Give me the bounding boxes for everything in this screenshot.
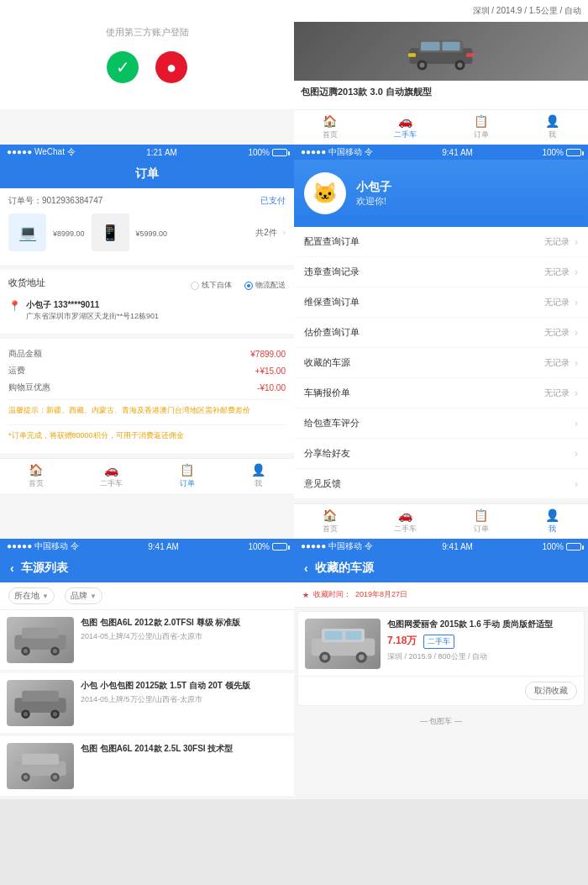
car-item1-svg: [11, 621, 70, 659]
menu-saved-cars[interactable]: 收藏的车源 无记录 ›: [294, 348, 588, 378]
car-item2-info: 小包 小包包图 20125款 1.5T 自动 20T 领先版 2014-05上牌…: [81, 680, 287, 726]
order-nav-me-label: 我: [255, 478, 262, 489]
saved-car-price-row: 7.18万 二手车: [387, 634, 577, 649]
menu-valuation-right: 无记录 ›: [544, 327, 578, 339]
order-number-section: 订单号：9012936384747 已支付 💻 ¥8999.00 📱 ¥5999…: [0, 188, 294, 265]
menu-share-right: ›: [575, 448, 578, 460]
car-listing-title: 包图迈腾2013款 3.0 自动旗舰型: [294, 81, 588, 103]
car-icon: 🚗: [398, 114, 412, 128]
order-nav-home-label: 首页: [29, 478, 44, 489]
nav-car[interactable]: 🚗 二手车: [394, 114, 417, 140]
profile-nav-order-label: 订单: [474, 524, 489, 535]
nav-me[interactable]: 👤 我: [545, 114, 559, 140]
filter-location[interactable]: 所在地 ▼: [8, 587, 55, 604]
svg-point-5: [458, 63, 463, 68]
menu-maintenance-status: 无记录: [544, 297, 570, 308]
profile-nav-me-label: 我: [549, 524, 556, 535]
saved-car-meta: 深圳 / 2015.9 / 800公里 / 自动: [387, 651, 577, 662]
profile-avatar: 🐱: [304, 172, 346, 214]
items-count: 共2件 ›: [174, 227, 286, 239]
saved-cars-panel: ●●●●● 中国移动 令 9:41 AM 100% ‹ 收藏的车源 ★ 收藏时间…: [294, 539, 588, 799]
filter-bar: 所在地 ▼ 品牌 ▼: [0, 582, 294, 610]
menu-share[interactable]: 分享给好友 ›: [294, 439, 588, 469]
menu-saved-cars-arrow: ›: [575, 357, 578, 369]
weibo-login-button[interactable]: ●: [155, 51, 187, 83]
cancel-collect-button[interactable]: 取消收藏: [525, 682, 577, 700]
menu-feedback[interactable]: 意见反馈 ›: [294, 469, 588, 498]
car-meta-top: 深圳 / 2014.9 / 1.5公里 / 自动: [294, 0, 588, 22]
logistics-option[interactable]: 物流配送: [244, 280, 286, 291]
promo-text: *订单完成，将获赠80000积分，可用于消费返还佣金: [8, 424, 286, 446]
svg-point-20: [24, 712, 28, 716]
svg-rect-9: [466, 53, 474, 57]
saved-car-item[interactable]: 包图网爱丽舍 2015款 1.6 手动 质尚版舒适型 7.18万 二手车 深圳 …: [297, 611, 585, 706]
logistics-radio[interactable]: [244, 282, 253, 290]
shipping-label: 运费: [8, 365, 25, 377]
car-list-item-2[interactable]: 小包 小包包图 20125款 1.5T 自动 20T 领先版 2014-05上牌…: [0, 673, 294, 733]
item1-image: 💻: [8, 213, 46, 251]
profile-order-icon: 📋: [474, 508, 488, 522]
nav-order-label: 订单: [474, 129, 489, 140]
saved-header: ‹ 收藏的车源: [294, 554, 588, 582]
nav-home[interactable]: 🏠 首页: [323, 114, 338, 140]
menu-config-status: 无记录: [544, 236, 570, 248]
svg-point-27: [53, 775, 57, 779]
menu-rating-arrow: ›: [575, 418, 578, 429]
offline-option[interactable]: 线下自体: [191, 280, 232, 291]
back-button[interactable]: ‹: [10, 561, 14, 575]
saved-car-top: 包图网爱丽舍 2015款 1.6 手动 质尚版舒适型 7.18万 二手车 深圳 …: [298, 612, 584, 676]
saved-car-title: 包图网爱丽舍 2015款 1.6 手动 质尚版舒适型: [387, 619, 577, 630]
order-nav-order[interactable]: 📋 订单: [180, 463, 195, 489]
order-order-icon: 📋: [180, 463, 194, 477]
menu-violation-arrow: ›: [575, 266, 578, 278]
menu-car-quote[interactable]: 车辆报价单 无记录 ›: [294, 378, 588, 408]
order-nav-me[interactable]: 👤 我: [251, 463, 265, 489]
battery-icon: [272, 149, 287, 156]
car-list-item-1[interactable]: 包图 包图A6L 2012款 2.0TFSI 尊级 标准版 2014-05上牌/…: [0, 610, 294, 670]
order-panel: ●●●●● WeChat 令 1:21 AM 100% 订单 订单号：90129…: [0, 145, 294, 539]
car-top-bottom-nav: 🏠 首页 🚗 二手车 📋 订单 👤 我: [294, 109, 588, 145]
order-car-icon: 🚗: [104, 463, 118, 477]
menu-feedback-arrow: ›: [575, 478, 578, 490]
status-right: 100%: [248, 148, 287, 157]
profile-panel: ●●●●● 中国移动 令 9:41 AM 100% 🐱 小包子 欢迎你! 配置查…: [294, 145, 588, 539]
car-item3-image: [7, 743, 74, 789]
profile-nav-home[interactable]: 🏠 首页: [323, 508, 338, 535]
menu-valuation-status: 无记录: [544, 327, 570, 339]
offline-radio[interactable]: [191, 282, 199, 290]
menu-violation-query[interactable]: 违章查询记录 无记录 ›: [294, 257, 588, 287]
car-item2-meta: 2014-05上牌/5万公里/山西省-太原市: [81, 694, 287, 705]
profile-nav-me[interactable]: 👤 我: [545, 508, 559, 535]
order-home-icon: 🏠: [29, 463, 43, 477]
profile-nav-order[interactable]: 📋 订单: [474, 508, 489, 535]
menu-maintenance-query[interactable]: 维保查询订单 无记录 ›: [294, 287, 588, 318]
profile-status-right: 100%: [542, 148, 581, 157]
saved-back-button[interactable]: ‹: [304, 561, 308, 575]
saved-status-bar: ●●●●● 中国移动 令 9:41 AM 100%: [294, 539, 588, 554]
menu-config-right: 无记录 ›: [544, 236, 578, 248]
menu-rating[interactable]: 给包查车评分 ›: [294, 408, 588, 439]
menu-config-label: 配置查询订单: [304, 235, 360, 248]
svg-point-4: [420, 63, 425, 68]
delivery-options: 线下自体 物流配送: [191, 280, 286, 291]
order-nav-car[interactable]: 🚗 二手车: [100, 463, 123, 489]
menu-valuation-query[interactable]: 估价查询订单 无记录 ›: [294, 318, 588, 348]
nav-order[interactable]: 📋 订单: [474, 114, 489, 140]
order-nav-car-label: 二手车: [100, 478, 123, 489]
filter-brand[interactable]: 品牌 ▼: [65, 587, 102, 604]
saved-date-bar: ★ 收藏时间： 2019年8月27日: [294, 582, 588, 608]
profile-nav-car[interactable]: 🚗 二手车: [394, 508, 417, 535]
car-list-title: 车源列表: [21, 561, 68, 576]
delivery-section: 收货地址 线下自体 物流配送 📍: [0, 270, 294, 334]
profile-home-icon: 🏠: [323, 508, 337, 522]
car-item2-title: 小包 小包包图 20125款 1.5T 自动 20T 领先版: [81, 680, 287, 692]
car-list-item-3[interactable]: 包图 包图A6L 2014款 2.5L 30FSI 技术型: [0, 736, 294, 796]
order-nav-home[interactable]: 🏠 首页: [29, 463, 44, 489]
notice-text: 温馨提示：新疆、西藏、内蒙古、青海及香港澳门台湾地区需补邮费差价: [8, 399, 286, 421]
profile-info: 小包子 欢迎你!: [356, 180, 391, 208]
menu-config-query[interactable]: 配置查询订单 无记录 ›: [294, 227, 588, 257]
svg-point-32: [322, 654, 328, 660]
wechat-login-button[interactable]: ✓: [107, 51, 139, 83]
svg-point-14: [24, 649, 28, 653]
saved-car-info: 包图网爱丽舍 2015款 1.6 手动 质尚版舒适型 7.18万 二手车 深圳 …: [387, 619, 577, 669]
